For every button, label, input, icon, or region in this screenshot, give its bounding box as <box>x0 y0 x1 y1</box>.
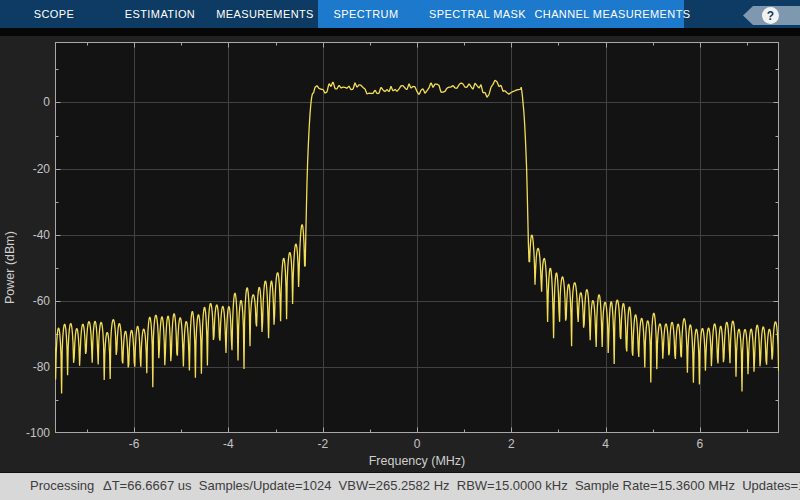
y-tick-label: -60 <box>0 294 50 308</box>
tab-group-left: SCOPE ESTIMATION MEASUREMENTS <box>0 0 318 28</box>
y-tick-label: 0 <box>0 95 50 109</box>
x-tick-label: -4 <box>223 437 234 451</box>
tab-channel-measurements[interactable]: CHANNEL MEASUREMENTS <box>541 0 684 28</box>
y-tick-label: -20 <box>0 162 50 176</box>
spectrum-plot-canvas[interactable] <box>55 42 779 433</box>
help-button[interactable]: ? <box>743 6 800 25</box>
tab-spectrum[interactable]: SPECTRUM <box>318 0 414 28</box>
x-tick-label: -6 <box>129 437 140 451</box>
question-icon[interactable]: ? <box>762 7 779 24</box>
status-state: Processing <box>30 473 94 499</box>
spectrum-analyzer-window: SCOPE ESTIMATION MEASUREMENTS SPECTRUM S… <box>0 0 800 500</box>
figure-area: Frequency (MHz) Power (dBm) -6-4-202460-… <box>0 28 800 472</box>
x-tick-label: 0 <box>414 437 421 451</box>
x-tick-label: 4 <box>602 437 609 451</box>
tab-measurements[interactable]: MEASUREMENTS <box>212 0 318 28</box>
figure-top-strip <box>0 28 800 36</box>
tab-spectral-mask[interactable]: SPECTRAL MASK <box>414 0 541 28</box>
status-stats: ΔT=66.6667 us Samples/Update=1024 VBW=26… <box>103 473 800 499</box>
tab-scope[interactable]: SCOPE <box>0 0 108 28</box>
x-tick-label: 2 <box>508 437 515 451</box>
y-tick-label: -80 <box>0 360 50 374</box>
tab-group-spectrum: SPECTRUM SPECTRAL MASK CHANNEL MEASUREME… <box>318 0 684 28</box>
x-tick-label: 6 <box>696 437 703 451</box>
y-tick-label: -40 <box>0 228 50 242</box>
y-tick-label: -100 <box>0 426 50 440</box>
tab-estimation[interactable]: ESTIMATION <box>108 0 212 28</box>
y-axis-label: Power (dBm) <box>3 203 17 333</box>
x-tick-label: -2 <box>317 437 328 451</box>
status-bar: Processing ΔT=66.6667 us Samples/Update=… <box>0 472 800 500</box>
x-axis-label: Frequency (MHz) <box>369 454 466 468</box>
toolstrip: SCOPE ESTIMATION MEASUREMENTS SPECTRUM S… <box>0 0 800 28</box>
